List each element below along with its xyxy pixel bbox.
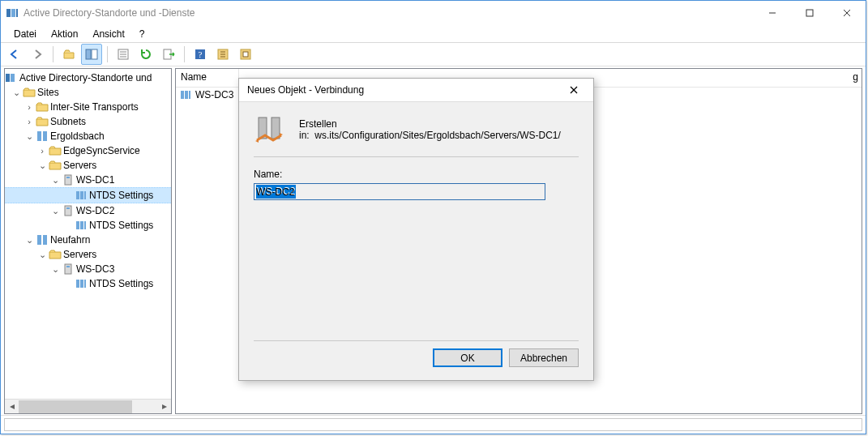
properties2-button[interactable]	[235, 44, 256, 65]
scroll-thumb[interactable]	[19, 400, 132, 413]
name-field: Name: WS-DC2	[254, 169, 579, 200]
menu-aktion[interactable]: Aktion	[45, 27, 84, 41]
tree-item-wsdc2[interactable]: ⌄ WS-DC2	[5, 203, 171, 218]
svg-rect-32	[66, 207, 70, 209]
export-list-button[interactable]	[158, 44, 179, 65]
tree-pane: Active Directory-Standorte und ⌄ Sites ›…	[4, 68, 172, 414]
menubar: Datei Aktion Ansicht ?	[1, 25, 866, 42]
forward-button[interactable]	[27, 44, 48, 65]
expand-icon[interactable]: ›	[23, 100, 36, 114]
new-object-dialog: Neues Objekt - Verbindung Erstellen	[238, 78, 594, 381]
expand-icon[interactable]: ›	[23, 114, 36, 129]
tree-label: Neufahrn	[50, 233, 90, 247]
tree-label: Active Directory-Standorte und	[19, 71, 152, 85]
show-hide-tree-button[interactable]	[81, 44, 102, 65]
help-button[interactable]: ?	[190, 44, 211, 65]
tree-horizontal-scrollbar[interactable]: ◂ ▸	[5, 399, 171, 413]
maximize-button[interactable]	[791, 1, 828, 25]
tree-item-wsdc3[interactable]: ⌄ WS-DC3	[5, 262, 171, 276]
tree-label: Sites	[37, 85, 59, 100]
menu-ansicht[interactable]: Ansicht	[86, 27, 130, 41]
refresh-button[interactable]	[135, 44, 156, 65]
tree-item-edgesync[interactable]: › EdgeSyncService	[5, 143, 171, 158]
svg-rect-35	[84, 221, 86, 229]
scroll-track[interactable]	[19, 400, 157, 413]
folder-icon	[49, 144, 62, 157]
collapse-icon[interactable]: ⌄	[49, 203, 62, 218]
tree-label: NTDS Settings	[89, 188, 153, 203]
collapse-icon[interactable]: ⌄	[49, 262, 62, 276]
collapse-icon[interactable]: ⌄	[36, 158, 49, 173]
svg-rect-39	[66, 266, 70, 267]
server-icon	[179, 88, 192, 101]
svg-rect-37	[43, 235, 47, 245]
ok-button[interactable]: OK	[433, 348, 502, 367]
expand-icon[interactable]: ›	[36, 143, 49, 158]
tree-label: WS-DC1	[76, 173, 114, 187]
titlebar: Active Directory-Standorte und -Dienste	[1, 1, 866, 25]
tree-item-ntds3[interactable]: NTDS Settings	[5, 276, 171, 291]
svg-rect-43	[181, 91, 184, 99]
tree-item-subnets[interactable]: › Subnets	[5, 114, 171, 129]
tree-item-ist[interactable]: › Inter-Site Transports	[5, 100, 171, 114]
svg-rect-26	[65, 175, 71, 185]
tree-item-servers2[interactable]: ⌄ Servers	[5, 247, 171, 262]
window-controls	[754, 1, 866, 25]
tree-item-neufahrn[interactable]: ⌄ Neufahrn	[5, 233, 171, 247]
ntds-icon	[75, 189, 88, 202]
tree: Active Directory-Standorte und ⌄ Sites ›…	[5, 69, 171, 293]
list-column-name[interactable]: Name	[176, 69, 239, 87]
svg-rect-36	[37, 235, 41, 245]
tree-root[interactable]: Active Directory-Standorte und	[5, 71, 171, 85]
svg-rect-8	[92, 49, 97, 59]
collapse-icon[interactable]: ⌄	[10, 85, 23, 100]
tree-item-ntds1[interactable]: NTDS Settings	[5, 187, 171, 203]
toolbar-separator	[53, 46, 53, 62]
toolbar-separator	[184, 46, 185, 62]
name-input[interactable]	[254, 183, 545, 200]
dialog-titlebar[interactable]: Neues Objekt - Verbindung	[239, 79, 593, 102]
dialog-header: Erstellen in: ws.its/Configuration/Sites…	[254, 113, 579, 157]
tree-label: NTDS Settings	[89, 218, 153, 233]
server-icon	[62, 263, 75, 276]
connection-icon	[254, 113, 288, 147]
minimize-button[interactable]	[754, 1, 791, 25]
scroll-left-icon[interactable]: ◂	[5, 400, 19, 412]
svg-rect-33	[76, 221, 79, 229]
menu-help[interactable]: ?	[133, 27, 152, 41]
back-button[interactable]	[4, 44, 25, 65]
tree-item-servers1[interactable]: ⌄ Servers	[5, 158, 171, 173]
tree-label: Servers	[63, 247, 96, 262]
svg-text:?: ?	[199, 49, 203, 59]
ntds-icon	[75, 219, 88, 232]
folder-icon	[49, 159, 62, 172]
site-icon	[36, 233, 49, 246]
cancel-button[interactable]: Abbrechen	[509, 348, 579, 367]
folder-icon	[36, 115, 49, 128]
close-button[interactable]	[828, 1, 866, 25]
svg-rect-27	[66, 177, 70, 178]
svg-rect-44	[185, 91, 188, 99]
up-level-button[interactable]	[58, 44, 79, 65]
menu-datei[interactable]: Datei	[7, 27, 43, 41]
scroll-right-icon[interactable]: ▸	[157, 400, 171, 412]
list-row-label: WS-DC3	[195, 89, 233, 100]
window-title: Active Directory-Standorte und -Dienste	[24, 7, 195, 19]
svg-rect-49	[272, 118, 280, 139]
tree-item-sites[interactable]: ⌄ Sites	[5, 85, 171, 100]
collapse-icon[interactable]: ⌄	[49, 173, 62, 187]
collapse-icon[interactable]: ⌄	[23, 233, 36, 247]
svg-rect-24	[37, 131, 41, 141]
delete-button[interactable]	[113, 44, 134, 65]
collapse-icon[interactable]: ⌄	[23, 129, 36, 143]
properties-button[interactable]	[212, 44, 233, 65]
svg-rect-0	[6, 9, 11, 17]
tree-item-ergoldsbach[interactable]: ⌄ Ergoldsbach	[5, 129, 171, 143]
svg-rect-38	[65, 264, 71, 274]
toolbar-separator	[107, 46, 108, 62]
collapse-icon[interactable]: ⌄	[36, 247, 49, 262]
tree-item-wsdc1[interactable]: ⌄ WS-DC1	[5, 173, 171, 187]
svg-rect-1	[11, 9, 15, 17]
tree-item-ntds2[interactable]: NTDS Settings	[5, 218, 171, 233]
dialog-close-button[interactable]	[559, 80, 588, 100]
